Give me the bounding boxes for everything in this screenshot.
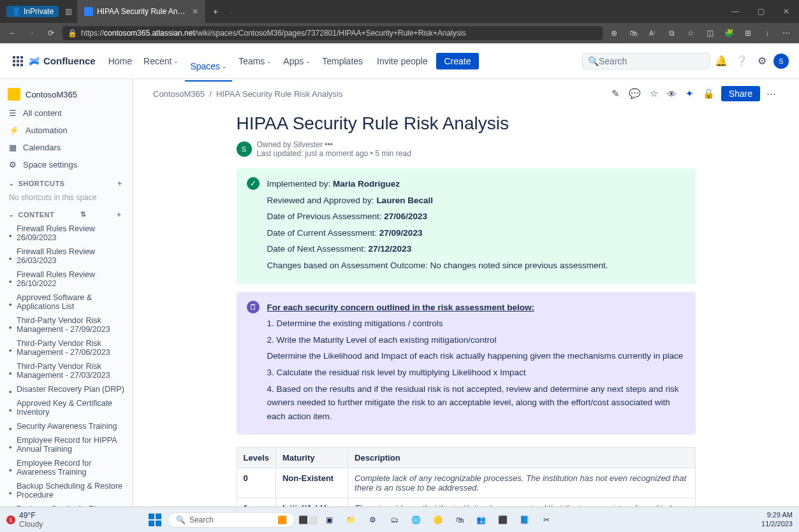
zoom-icon[interactable]: ⊕ (606, 29, 622, 38)
star-icon[interactable]: ☆ (647, 85, 661, 102)
bullet-icon: • (9, 425, 11, 428)
bullet-icon: • (9, 324, 11, 326)
check-icon: ✓ (247, 177, 260, 190)
split-icon[interactable]: ◫ (702, 29, 717, 38)
space-header[interactable]: ContosoM365 (3, 84, 129, 104)
tab-spacer[interactable]: ▥ (59, 0, 78, 23)
nav-teams[interactable]: Teams⌄ (233, 51, 277, 71)
page-tree-item[interactable]: •Firewall Rules Review 26/10/2022 (3, 268, 129, 291)
settings-icon[interactable]: ⚙ (753, 55, 771, 67)
new-tab-button[interactable]: ＋⌄ (205, 0, 240, 23)
space-icon (8, 88, 20, 101)
create-button[interactable]: Create (436, 53, 478, 69)
user-avatar[interactable]: S (773, 54, 789, 69)
nav-apps[interactable]: Apps⌄ (278, 51, 316, 71)
refresh-icon[interactable]: ⟳ (43, 29, 59, 38)
edit-icon[interactable]: ✎ (609, 85, 622, 102)
add-content-icon[interactable]: ＋ (115, 210, 123, 219)
link-icon: ⚙ (9, 160, 17, 169)
url-input[interactable]: 🔒 https://contosom365.atlassian.net/wiki… (62, 26, 603, 40)
svg-rect-3 (156, 521, 161, 526)
sidebar-link[interactable]: ☰All content (3, 104, 129, 122)
bullet-icon: • (9, 406, 11, 409)
start-icon[interactable] (146, 511, 164, 529)
content-section[interactable]: ⌄ CONTENT ⇅ ＋ (3, 205, 129, 222)
browser-tab[interactable]: HIPAA Security Rule Analys ✕ (78, 0, 205, 23)
task-view-icon[interactable]: ⬛⬜ (299, 511, 317, 529)
nav-home[interactable]: Home (103, 51, 137, 71)
favorite-icon[interactable]: ☆ (683, 29, 698, 38)
page-tree-item[interactable]: •Employee Record for Awareness Training (3, 456, 129, 479)
word-icon[interactable]: 📘 (516, 511, 534, 529)
sidebar-link[interactable]: ⚙Space settings (3, 156, 129, 173)
help-icon[interactable]: ❔ (733, 55, 751, 67)
page-tree-item[interactable]: •Backup Scheduling & Restore Procedure (3, 479, 129, 502)
explorer-icon[interactable]: 📁 (342, 511, 360, 529)
nav-recent[interactable]: Recent⌄ (138, 51, 184, 71)
terminal-icon[interactable]: ⬛ (494, 511, 512, 529)
svg-rect-2 (149, 521, 154, 526)
ai-icon[interactable]: ✦ (683, 85, 696, 102)
snip-icon[interactable]: ✂ (538, 511, 555, 529)
th-maturity: Maturity (275, 448, 348, 468)
search-input[interactable]: 🔍 Search (582, 53, 710, 69)
maximize-icon[interactable]: ▢ (748, 7, 773, 16)
more-actions-icon[interactable]: ⋯ (764, 85, 779, 102)
page-tree-item[interactable]: •Firewall Rules Review 26/03/2023 (3, 245, 129, 268)
invite-people-button[interactable]: Invite people (370, 53, 434, 69)
forward-icon[interactable]: → (24, 29, 40, 38)
breadcrumb-page[interactable]: HIPAA Security Rule Risk Analysis (216, 89, 342, 99)
collections-icon[interactable]: ⊞ (740, 29, 756, 38)
notifications-icon[interactable]: 🔔 (712, 55, 730, 67)
windows-taskbar: 1 49°FCloudy 🔍Search🟧 ⬛⬜ ▣ 📁 ⚙ 🗂 🌐 🟡 🛍 👥… (0, 507, 799, 532)
nav-spaces[interactable]: Spaces⌄ (185, 51, 232, 82)
store-icon[interactable]: 🛍 (451, 511, 469, 529)
app-switcher-icon[interactable] (10, 54, 26, 69)
widgets-icon[interactable]: ▣ (321, 511, 339, 529)
extensions-icon[interactable]: 🧩 (721, 29, 737, 38)
owner-more-icon[interactable]: ••• (325, 140, 333, 149)
table-row: 0Non-ExistentComplete lack of any recogn… (237, 468, 695, 498)
page-tree-item[interactable]: •Approved Key & Certificate Inventory (3, 396, 129, 419)
nav-templates[interactable]: Templates (317, 51, 368, 71)
sidebar-link[interactable]: ▦Calendars (3, 139, 129, 156)
shortcuts-section[interactable]: ⌄ SHORTCUTS ＋ (3, 173, 129, 191)
shopping-icon[interactable]: 🛍 (626, 29, 641, 38)
share-button[interactable]: Share (721, 86, 760, 101)
enter-immersive-icon[interactable]: ⧉ (664, 29, 679, 38)
breadcrumb-space[interactable]: ContosoM365 (153, 89, 205, 99)
note-icon: 🗒 (247, 301, 260, 313)
page-tree-item[interactable]: •Third-Party Vendor Risk Management - 27… (3, 336, 129, 359)
page-tree-item[interactable]: •Third-Party Vendor Risk Management - 27… (3, 359, 129, 382)
page-tree-item[interactable]: •Third-Party Vendor Risk Management - 27… (3, 313, 129, 336)
window-titlebar: 👤 InPrivate ▥ HIPAA Security Rule Analys… (0, 0, 799, 23)
page-tree-item[interactable]: •Employee Record for HIPPA Annual Traini… (3, 433, 129, 456)
page-tree-item[interactable]: •Disaster Recovery Plan (DRP) (3, 382, 129, 396)
taskbar-search[interactable]: 🔍Search🟧 (168, 512, 295, 528)
page-tree-item[interactable]: •Approved Software & Applications List (3, 291, 129, 313)
author-avatar[interactable]: S (237, 141, 252, 157)
add-shortcut-icon[interactable]: ＋ (116, 178, 124, 188)
weather-widget[interactable]: 1 49°FCloudy (6, 511, 43, 529)
settings-app-icon[interactable]: ⚙ (364, 511, 382, 529)
teams-icon[interactable]: 👥 (473, 511, 490, 529)
downloads-icon[interactable]: ↓ (759, 29, 775, 38)
page-tree-item[interactable]: •Firewall Rules Review 26/09/2023 (3, 222, 129, 245)
read-aloud-icon[interactable]: A⁾ (645, 29, 660, 38)
menu-icon[interactable]: ⋯ (779, 29, 794, 38)
back-icon[interactable]: ← (5, 29, 20, 38)
close-window-icon[interactable]: ✕ (773, 7, 799, 16)
comment-icon[interactable]: 💬 (626, 85, 643, 102)
close-tab-icon[interactable]: ✕ (192, 7, 198, 16)
watch-icon[interactable]: 👁 (664, 86, 679, 102)
page-tree-item[interactable]: •Security Awareness Training (3, 419, 129, 433)
fileexp-icon[interactable]: 🗂 (386, 511, 404, 529)
minimize-icon[interactable]: — (722, 7, 748, 16)
sidebar-link[interactable]: ⚡Automation (3, 122, 129, 139)
chrome-icon[interactable]: 🟡 (429, 511, 447, 529)
confluence-logo[interactable]: Confluence (28, 55, 96, 68)
system-tray-clock[interactable]: 9:29 AM 11/2/2023 (761, 511, 793, 528)
edge-icon[interactable]: 🌐 (407, 511, 425, 529)
filter-icon[interactable]: ⇅ (80, 210, 87, 219)
lock-icon[interactable]: 🔒 (700, 85, 717, 102)
